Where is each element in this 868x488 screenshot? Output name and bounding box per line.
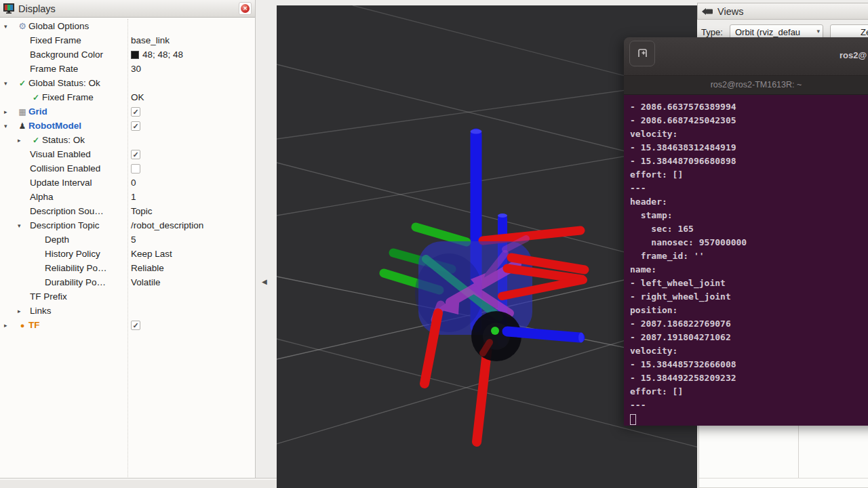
terminal-new-tab-button[interactable]	[629, 41, 655, 66]
display-row-label: History Policy	[45, 249, 100, 259]
terminal-line: nanosec: 957000000	[630, 236, 868, 249]
display-row[interactable]: ▾Description Topic/robot_description	[0, 218, 255, 232]
display-row[interactable]: ▾✓Global Status: Ok	[0, 76, 255, 90]
row-value-cell: OK	[127, 92, 144, 102]
terminal-line: velocity:	[630, 344, 868, 358]
display-row[interactable]: ✓Fixed FrameOK	[0, 90, 255, 104]
display-row-label: Fixed Frame	[30, 35, 81, 45]
check-icon: ✓	[30, 93, 42, 102]
display-row[interactable]: Durability Po…Volatile	[0, 275, 255, 289]
row-name-cell: ▾Description Topic	[0, 220, 127, 230]
terminal-body[interactable]: - 2086.6637576389994- 2086.6687425042305…	[624, 95, 868, 426]
row-value-cell: 5	[127, 235, 136, 245]
display-row-label: Alpha	[30, 192, 54, 202]
display-row[interactable]: Frame Rate30	[0, 62, 255, 76]
gear-icon: ⚙	[16, 22, 28, 31]
row-value-cell: ✓	[127, 321, 140, 330]
check-icon: ✓	[30, 136, 42, 145]
expand-arrow[interactable]: ▾	[4, 123, 16, 129]
displays-close-button[interactable]: ✕	[239, 2, 252, 15]
display-row-value: Reliable	[131, 263, 164, 273]
display-row[interactable]: Background Color48; 48; 48	[0, 47, 255, 62]
row-value-cell: ✓	[127, 107, 140, 117]
display-row[interactable]: Fixed Framebase_link	[0, 33, 255, 47]
expand-arrow[interactable]: ▸	[18, 137, 30, 144]
expand-arrow[interactable]: ▾	[4, 23, 16, 30]
terminal-line: - left_wheel_joint	[630, 277, 868, 290]
display-row-value: 1	[131, 192, 136, 202]
display-row[interactable]: ▸✓Status: Ok	[0, 133, 255, 147]
display-row[interactable]: ▾⚙Global Options	[0, 19, 255, 33]
terminal-line: - 2087.191804271062	[630, 331, 868, 344]
expand-arrow[interactable]: ▾	[4, 80, 16, 87]
row-value-cell: Reliable	[127, 263, 164, 273]
terminal-output: - 2086.6637576389994- 2086.6687425042305…	[630, 100, 868, 412]
row-name-cell: Description Sou…	[0, 206, 127, 216]
display-row[interactable]: Depth5	[0, 232, 255, 247]
display-row[interactable]: Alpha1	[0, 190, 255, 204]
terminal-line: velocity:	[630, 127, 868, 141]
display-row-label: Global Status: Ok	[28, 78, 100, 88]
views-panel-header[interactable]: Views	[697, 3, 868, 20]
panel-collapse-handle[interactable]: ◀	[262, 278, 267, 285]
terminal-line: sec: 165	[630, 222, 868, 236]
display-row[interactable]: ▸Links	[0, 304, 255, 318]
row-value-cell: 48; 48; 48	[127, 49, 183, 60]
display-row[interactable]: ▸▦Grid✓	[0, 104, 255, 119]
checkbox[interactable]: ✓	[131, 107, 140, 117]
checkbox[interactable]: ✓	[131, 150, 140, 159]
display-row-label: TF Prefix	[30, 291, 67, 302]
row-value-cell: 30	[127, 64, 141, 74]
row-value-cell: Volatile	[127, 277, 161, 287]
terminal-line: - 2087.186822769076	[630, 317, 868, 331]
row-value-cell: ✓	[127, 121, 140, 131]
views-bottom-border	[699, 478, 868, 479]
display-row[interactable]: Update Interval0	[0, 176, 255, 190]
terminal-line: effort: []	[630, 385, 868, 399]
display-row[interactable]: History PolicyKeep Last	[0, 247, 255, 261]
display-row-value: /robot_description	[131, 220, 203, 230]
display-row-label: Grid	[28, 106, 47, 117]
row-value-cell: Keep Last	[127, 249, 172, 259]
row-name-cell: ▸▦Grid	[0, 106, 127, 117]
display-row-value: base_link	[131, 35, 170, 45]
terminal-line: ---	[630, 182, 868, 195]
robot-icon: ♟	[16, 121, 28, 131]
row-value-cell: base_link	[127, 35, 170, 45]
expand-arrow[interactable]: ▸	[4, 322, 16, 329]
color-swatch	[131, 51, 139, 59]
display-row[interactable]: TF Prefix	[0, 289, 255, 304]
chevron-down-icon: ▾	[816, 28, 820, 35]
display-row[interactable]: ▾♟RobotModel✓	[0, 119, 255, 133]
expand-arrow[interactable]: ▸	[18, 308, 30, 314]
terminal-tab-title[interactable]: ros2@ros2-TM1613R: ~	[695, 80, 817, 89]
rviz-application-window: Displays ✕ ▾⚙Global OptionsFixed Frameba…	[0, 0, 868, 488]
row-name-cell: Frame Rate	[0, 64, 127, 74]
display-row[interactable]: Reliability Po…Reliable	[0, 261, 255, 275]
terminal-window[interactable]: ros2@ ros2@ros2-TM1613R: ~ - 2086.663757…	[624, 37, 868, 426]
row-value-cell: ✓	[127, 150, 140, 159]
display-row-label: Depth	[45, 235, 69, 245]
checkbox[interactable]: ✓	[131, 121, 140, 131]
displays-panel-header[interactable]: Displays ✕	[0, 0, 255, 18]
display-row[interactable]: Description Sou…Topic	[0, 204, 255, 218]
displays-panel-icon	[3, 3, 14, 14]
row-name-cell: TF Prefix	[0, 291, 127, 302]
display-row-label: TF	[28, 320, 40, 330]
checkbox[interactable]: ✓	[131, 321, 140, 330]
row-name-cell: Visual Enabled	[0, 149, 127, 159]
expand-arrow[interactable]: ▾	[18, 222, 30, 229]
checkbox[interactable]	[131, 164, 140, 174]
displays-panel: Displays ✕ ▾⚙Global OptionsFixed Frameba…	[0, 0, 256, 478]
display-row[interactable]: Collision Enabled	[0, 161, 255, 176]
display-row-label: Fixed Frame	[42, 92, 94, 102]
terminal-titlebar[interactable]: ros2@	[624, 37, 868, 76]
terminal-tab-bar[interactable]: ros2@ros2-TM1613R: ~	[624, 76, 868, 95]
display-row-value: OK	[131, 92, 144, 102]
display-row[interactable]: Visual Enabled✓	[0, 147, 255, 161]
display-row-value: Keep Last	[131, 249, 172, 259]
display-row-label: Update Interval	[30, 178, 92, 188]
display-row[interactable]: ▸●TF✓	[0, 318, 255, 332]
expand-arrow[interactable]: ▸	[4, 108, 16, 115]
tf-axis-red-top	[483, 230, 580, 241]
